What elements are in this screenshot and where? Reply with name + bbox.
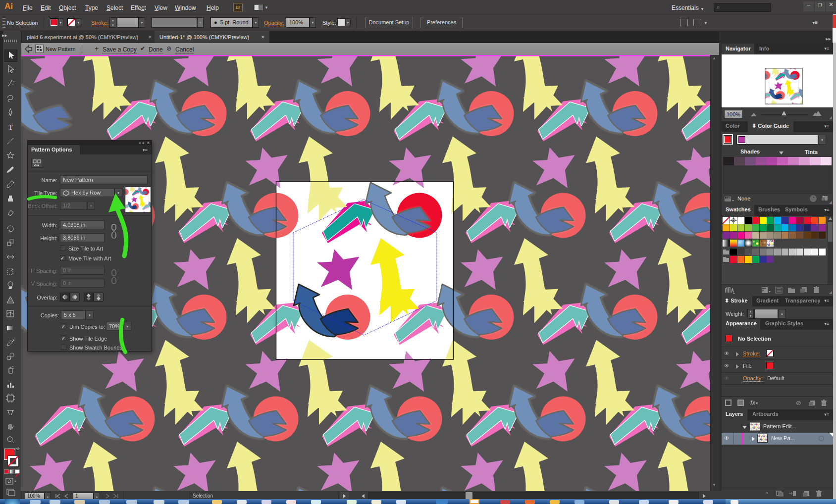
- svg-text:T: T: [8, 123, 13, 131]
